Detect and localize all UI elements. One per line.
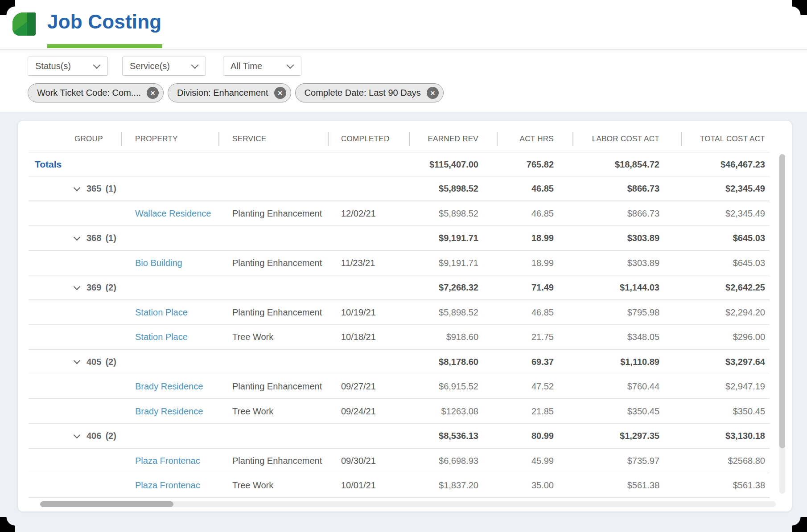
active-tab-underline xyxy=(47,44,162,48)
property-link[interactable]: Brady Residence xyxy=(135,406,203,416)
total-cost-act-cell: $2,642.25 xyxy=(681,282,792,293)
totals-label: Totals xyxy=(18,159,121,170)
service-cell: Tree Work xyxy=(218,406,328,417)
group-count: (2) xyxy=(105,282,116,293)
property-link[interactable]: Plaza Frontenac xyxy=(135,456,200,466)
service-filter-label: Service(s) xyxy=(130,61,170,71)
chevron-down-icon[interactable] xyxy=(74,233,81,241)
earned-rev-cell: $9,191.71 xyxy=(409,258,497,268)
property-link[interactable]: Wallace Residence xyxy=(135,209,211,218)
work-ticket-row: Brady Residence Tree Work 09/24/21 $1263… xyxy=(18,399,792,424)
property-link[interactable]: Station Place xyxy=(135,307,188,317)
vertical-scrollbar-thumb[interactable] xyxy=(779,154,785,448)
time-range-filter-dropdown[interactable]: All Time xyxy=(223,57,301,76)
horizontal-scrollbar[interactable] xyxy=(40,501,776,507)
property-link[interactable]: Brady Residence xyxy=(135,381,203,391)
property-link[interactable]: Plaza Frontenac xyxy=(135,480,200,490)
work-ticket-row: Plaza Frontenac Planting Enhancement 09/… xyxy=(18,449,792,474)
chevron-down-icon[interactable] xyxy=(74,357,81,364)
group-number: 406 xyxy=(86,431,101,441)
total-cost-act-cell: $645.03 xyxy=(681,258,792,268)
column-header-completed: COMPLETED xyxy=(328,125,409,152)
group-row[interactable]: 365 (1) $5,898.52 46.85 $866.73 $2,345.4… xyxy=(18,176,792,201)
filter-bar: Status(s) Service(s) All Time Work Ticke… xyxy=(0,50,807,111)
total-cost-act-cell: $3,297.64 xyxy=(681,357,792,367)
table-header-row: GROUP PROPERTY SERVICE COMPLETED EARNED … xyxy=(18,121,792,152)
chevron-down-icon[interactable] xyxy=(74,431,81,438)
totals-labor-cost-act: $18,854.72 xyxy=(572,160,681,170)
totals-act-hrs: 765.82 xyxy=(497,160,572,170)
chevron-down-icon[interactable] xyxy=(74,184,81,191)
property-link[interactable]: Station Place xyxy=(135,332,188,342)
completed-date-cell: 09/24/21 xyxy=(328,406,409,417)
page-title: Job Costing xyxy=(47,11,161,33)
completed-date-cell: 10/01/21 xyxy=(328,480,409,491)
service-cell: Planting Enhancement xyxy=(218,258,328,268)
horizontal-scrollbar-thumb[interactable] xyxy=(40,501,173,507)
labor-cost-act-cell: $348.05 xyxy=(572,332,681,342)
group-count: (2) xyxy=(105,357,116,367)
topbar: Job Costing xyxy=(0,0,807,49)
leaf-logo-icon xyxy=(12,12,36,36)
work-ticket-row: Station Place Planting Enhancement 10/19… xyxy=(18,300,792,325)
total-cost-act-cell: $2,345.49 xyxy=(681,184,792,194)
group-count: (1) xyxy=(105,233,116,243)
property-link[interactable]: Bio Building xyxy=(135,258,182,268)
column-header-service: SERVICE xyxy=(218,125,328,152)
labor-cost-act-cell: $1,110.89 xyxy=(572,357,681,367)
total-cost-act-cell: $2568.80 xyxy=(681,456,792,466)
labor-cost-act-cell: $735.97 xyxy=(572,456,681,466)
labor-cost-act-cell: $1,144.03 xyxy=(572,282,681,293)
completed-date-cell: 12/02/21 xyxy=(328,209,409,219)
group-row[interactable]: 405 (2) $8,178.60 69.37 $1,110.89 $3,297… xyxy=(18,350,792,375)
service-cell: Planting Enhancement xyxy=(218,209,328,219)
total-cost-act-cell: $2,294.20 xyxy=(681,307,792,318)
status-filter-dropdown[interactable]: Status(s) xyxy=(28,57,108,76)
act-hrs-cell: 71.49 xyxy=(497,282,572,293)
total-cost-act-cell: $3,130.18 xyxy=(681,431,792,441)
earned-rev-cell: $8,536.13 xyxy=(409,431,497,441)
act-hrs-cell: 18.99 xyxy=(497,233,572,243)
act-hrs-cell: 21.85 xyxy=(497,406,572,417)
earned-rev-cell: $7,268.32 xyxy=(409,282,497,293)
act-hrs-cell: 45.99 xyxy=(497,456,572,466)
earned-rev-cell: $8,178.60 xyxy=(409,357,497,367)
chevron-down-icon[interactable] xyxy=(74,283,81,290)
work-ticket-row: Station Place Tree Work 10/18/21 $918.60… xyxy=(18,325,792,350)
earned-rev-cell: $6,698.93 xyxy=(409,456,497,466)
act-hrs-cell: 80.99 xyxy=(497,431,572,441)
labor-cost-act-cell: $350.45 xyxy=(572,406,681,417)
divider xyxy=(29,497,770,498)
status-filter-label: Status(s) xyxy=(35,61,71,71)
labor-cost-act-cell: $303.89 xyxy=(572,258,681,268)
labor-cost-act-cell: $795.98 xyxy=(572,307,681,318)
total-cost-act-cell: $2,345.49 xyxy=(681,209,792,219)
remove-filter-icon[interactable]: ✕ xyxy=(427,87,439,99)
total-cost-act-cell: $561.38 xyxy=(681,480,792,491)
group-row[interactable]: 369 (2) $7,268.32 71.49 $1,144.03 $2,642… xyxy=(18,275,792,300)
service-cell: Tree Work xyxy=(218,332,328,342)
group-number: 365 xyxy=(86,184,101,194)
column-header-labor-cost-act: LABOR COST ACT xyxy=(572,125,681,152)
labor-cost-act-cell: $760.44 xyxy=(572,381,681,392)
completed-date-cell: 09/27/21 xyxy=(328,381,409,392)
service-filter-dropdown[interactable]: Service(s) xyxy=(122,57,206,76)
totals-row: Totals $115,407.00 765.82 $18,854.72 $46… xyxy=(18,152,792,176)
remove-filter-icon[interactable]: ✕ xyxy=(147,87,159,99)
total-cost-act-cell: $296.00 xyxy=(681,332,792,342)
service-cell: Planting Enhancement xyxy=(218,307,328,318)
table-body: 365 (1) $5,898.52 46.85 $866.73 $2,345.4… xyxy=(18,176,792,498)
earned-rev-cell: $5,898.52 xyxy=(409,209,497,219)
completed-date-cell: 10/18/21 xyxy=(328,332,409,342)
act-hrs-cell: 21.75 xyxy=(497,332,572,342)
group-row[interactable]: 406 (2) $8,536.13 80.99 $1,297.35 $3,130… xyxy=(18,424,792,449)
act-hrs-cell: 46.85 xyxy=(497,184,572,194)
group-count: (1) xyxy=(105,184,116,194)
vertical-scrollbar[interactable] xyxy=(779,154,785,494)
filter-chip-work-ticket-code: Work Ticket Code: Com.... ✕ xyxy=(28,83,164,102)
completed-date-cell: 10/19/21 xyxy=(328,307,409,318)
time-range-filter-label: All Time xyxy=(231,61,262,71)
group-row[interactable]: 368 (1) $9,191.71 18.99 $303.89 $645.03 xyxy=(18,226,792,251)
group-number: 368 xyxy=(86,233,101,243)
remove-filter-icon[interactable]: ✕ xyxy=(274,87,286,99)
